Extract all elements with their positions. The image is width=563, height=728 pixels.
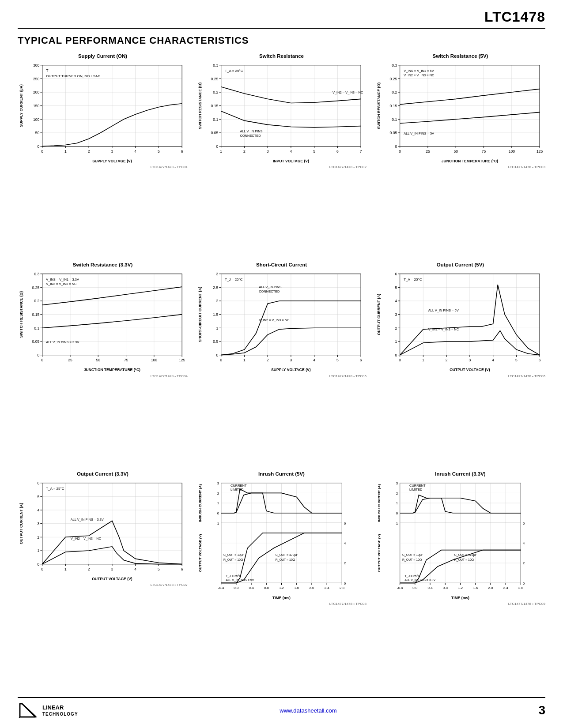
svg-text:0: 0 — [217, 511, 219, 515]
chart-caption-tpc06: LTC1477/1478 • TPC06 — [375, 374, 545, 378]
svg-text:25: 25 — [426, 149, 430, 154]
chart-caption-tpc05: LTC1477/1478 • TPC05 — [196, 374, 367, 378]
svg-text:4: 4 — [134, 149, 136, 154]
svg-text:ALL V_IN PINS = 3.3V: ALL V_IN PINS = 3.3V — [46, 340, 79, 344]
svg-text:3: 3 — [469, 358, 471, 362]
svg-text:6: 6 — [360, 358, 362, 362]
svg-text:0: 0 — [41, 567, 43, 571]
chart-wrapper-tpc01: 0123456050100150200250300SUPPLY VOLTAGE … — [18, 60, 188, 164]
svg-text:0.2: 0.2 — [213, 90, 218, 94]
svg-text:75: 75 — [482, 149, 486, 154]
chart-caption-tpc08: LTC1477/1478 • TPC08 — [196, 602, 367, 606]
svg-text:JUNCTION TEMPERATURE (°C): JUNCTION TEMPERATURE (°C) — [84, 368, 140, 372]
svg-text:0.25: 0.25 — [390, 77, 397, 81]
svg-text:T_A = 25°C: T_A = 25°C — [225, 69, 243, 73]
svg-text:0: 0 — [37, 353, 39, 357]
svg-text:1: 1 — [422, 358, 424, 362]
svg-text:4: 4 — [290, 149, 292, 154]
svg-text:3: 3 — [217, 481, 219, 485]
svg-text:2: 2 — [88, 149, 90, 154]
svg-text:100: 100 — [151, 358, 158, 362]
svg-text:6: 6 — [181, 149, 183, 154]
footer-brand-name: LINEAR — [42, 704, 78, 711]
chart-svg-tpc02: 123456700.050.10.150.20.250.3INPUT VOLTA… — [196, 60, 367, 164]
svg-text:C_OUT = 10μF: C_OUT = 10μF — [223, 553, 244, 557]
chart-wrapper-tpc04: 025507510012500.050.10.150.20.250.3JUNCT… — [18, 269, 188, 373]
svg-text:0.4: 0.4 — [249, 586, 254, 590]
svg-text:75: 75 — [124, 358, 128, 362]
chart-title-tpc04: Switch Resistance (3.3V) — [73, 262, 133, 267]
svg-text:V_IN2 = V_IN3 = NC: V_IN2 = V_IN3 = NC — [71, 537, 102, 540]
svg-text:125: 125 — [179, 358, 185, 362]
svg-text:-1: -1 — [395, 521, 398, 525]
svg-text:R_OUT = 10Ω: R_OUT = 10Ω — [223, 558, 243, 562]
svg-text:R_OUT = 10Ω: R_OUT = 10Ω — [402, 558, 422, 562]
svg-text:0.8: 0.8 — [264, 586, 269, 590]
svg-text:INPUT VOLTAGE (V): INPUT VOLTAGE (V) — [273, 159, 309, 163]
svg-text:2.0: 2.0 — [309, 586, 314, 590]
svg-text:ALL V_IN PINS = 3.3V: ALL V_IN PINS = 3.3V — [404, 578, 435, 582]
svg-text:2: 2 — [217, 491, 219, 495]
svg-text:ALL V_IN PINS = 3.3V: ALL V_IN PINS = 3.3V — [71, 518, 104, 522]
svg-text:ALL V_IN PINS: ALL V_IN PINS — [259, 285, 281, 289]
svg-text:T_J = 25°C: T_J = 25°C — [225, 278, 243, 281]
svg-text:1.6: 1.6 — [294, 586, 299, 590]
chart-caption-tpc04: LTC1477/1478 • TPC04 — [18, 374, 188, 378]
svg-text:0.5: 0.5 — [213, 340, 218, 344]
chart-tpc02: Switch Resistance123456700.050.10.150.20… — [196, 53, 367, 256]
svg-text:2: 2 — [243, 149, 246, 154]
svg-text:1: 1 — [220, 149, 222, 154]
svg-text:0.25: 0.25 — [211, 77, 219, 81]
svg-text:OUTPUT VOLTAGE (V): OUTPUT VOLTAGE (V) — [450, 368, 490, 372]
svg-text:2: 2 — [523, 561, 525, 565]
svg-text:0.3: 0.3 — [34, 272, 39, 276]
chart-tpc05: Short-Circuit Current012345600.511.522.5… — [196, 262, 367, 465]
svg-text:0: 0 — [399, 358, 401, 362]
svg-text:0.15: 0.15 — [32, 312, 40, 317]
svg-text:0: 0 — [220, 358, 222, 362]
svg-text:0.25: 0.25 — [32, 285, 40, 290]
svg-text:2: 2 — [344, 561, 346, 565]
svg-line-452 — [22, 704, 36, 717]
chart-tpc03: Switch Resistance (5V)025507510012500.05… — [375, 53, 545, 256]
svg-text:T_A = 25°C: T_A = 25°C — [404, 278, 422, 281]
chart-wrapper-tpc07: 01234560123456OUTPUT VOLTAGE (V)OUTPUT C… — [18, 478, 188, 582]
chart-title-tpc01: Supply Current (ON) — [78, 53, 127, 59]
svg-text:0.4: 0.4 — [427, 586, 433, 590]
svg-text:ALL V_IN PINS = 5V: ALL V_IN PINS = 5V — [226, 578, 254, 582]
chart-wrapper-tpc06: 01234560123456OUTPUT VOLTAGE (V)OUTPUT C… — [375, 269, 545, 373]
svg-text:4: 4 — [134, 567, 136, 571]
svg-text:1.5: 1.5 — [213, 312, 218, 317]
svg-text:0.2: 0.2 — [392, 90, 397, 94]
chart-tpc04: Switch Resistance (3.3V)025507510012500.… — [18, 262, 188, 465]
svg-text:T_J = 25°C: T_J = 25°C — [226, 574, 241, 578]
svg-text:0: 0 — [37, 562, 39, 567]
chart-tpc07: Output Current (3.3V)01234560123456OUTPU… — [18, 471, 188, 693]
chart-title-tpc02: Switch Resistance — [259, 53, 304, 59]
svg-text:2: 2 — [216, 299, 218, 304]
svg-text:V_INS = V_IN1 = 5V: V_INS = V_IN1 = 5V — [404, 69, 434, 73]
svg-text:2.8: 2.8 — [340, 586, 345, 590]
page-header: LTC1478 — [18, 9, 545, 29]
chart-caption-tpc03: LTC1477/1478 • TPC03 — [375, 165, 545, 169]
svg-text:0.0: 0.0 — [412, 586, 418, 590]
chart-wrapper-tpc08: -0.40.00.40.81.21.62.02.42.8-101230246TI… — [196, 478, 367, 601]
chart-svg-tpc08: -0.40.00.40.81.21.62.02.42.8-101230246TI… — [196, 478, 367, 601]
svg-text:2: 2 — [267, 358, 269, 362]
svg-text:4: 4 — [313, 358, 315, 362]
chip-title: LTC1478 — [484, 9, 545, 25]
svg-text:CONNECTED: CONNECTED — [259, 290, 280, 294]
svg-text:T_A = 25°C: T_A = 25°C — [46, 486, 64, 490]
chart-caption-tpc01: LTC1477/1478 • TPC01 — [18, 165, 188, 169]
page-footer: LINEAR TECHNOLOGY www.datasheetall.com 3 — [18, 697, 545, 719]
svg-text:3: 3 — [267, 149, 269, 154]
svg-text:5: 5 — [158, 149, 160, 154]
svg-text:0: 0 — [41, 149, 43, 154]
svg-text:T_J = 25°C: T_J = 25°C — [404, 574, 420, 578]
svg-text:0: 0 — [41, 358, 43, 362]
svg-text:SWITCH RESISTANCE (Ω): SWITCH RESISTANCE (Ω) — [377, 83, 381, 129]
svg-text:4: 4 — [523, 541, 525, 545]
svg-text:INRUSH CURRENT (A): INRUSH CURRENT (A) — [198, 484, 202, 522]
svg-text:INRUSH CURRENT (A): INRUSH CURRENT (A) — [377, 484, 381, 522]
svg-text:0: 0 — [396, 511, 398, 515]
